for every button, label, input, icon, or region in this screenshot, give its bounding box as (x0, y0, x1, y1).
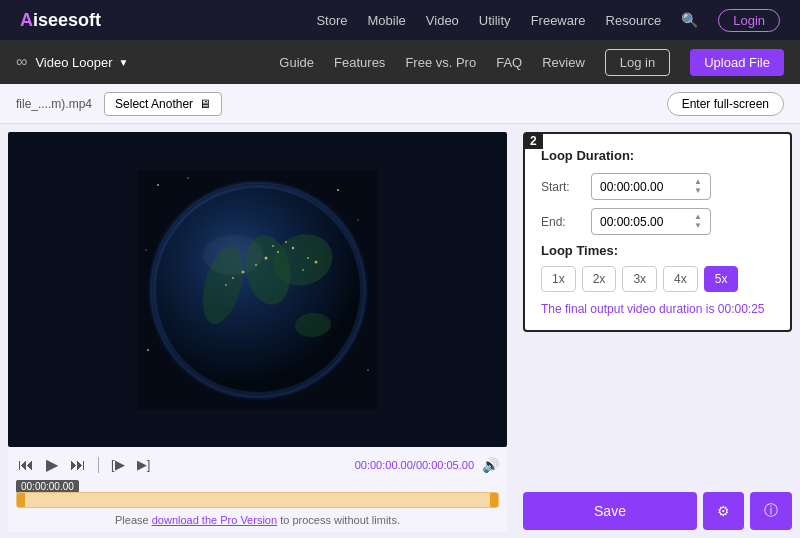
loop-icon: ∞ (16, 53, 27, 71)
timeline-handle-right[interactable] (490, 493, 498, 507)
top-nav-links: Store Mobile Video Utility Freeware Reso… (316, 9, 780, 32)
nav-video[interactable]: Video (426, 13, 459, 28)
timeline-container[interactable]: 00:00:00.00 (16, 480, 499, 508)
step-back-button[interactable]: ⏮ (16, 454, 36, 476)
svg-point-26 (272, 245, 274, 247)
monitor-icon: 🖥 (199, 97, 211, 111)
start-field-row: Start: ▲ ▼ (541, 173, 774, 200)
sub-nav-review[interactable]: Review (542, 55, 585, 70)
sub-nav-faq[interactable]: FAQ (496, 55, 522, 70)
chevron-down-icon: ▼ (119, 57, 129, 68)
sub-nav: ∞ Video Looper ▼ Guide Features Free vs.… (0, 40, 800, 84)
loop-times-label: Loop Times: (541, 243, 774, 258)
earth-visual (8, 132, 507, 447)
svg-point-21 (225, 284, 227, 286)
nav-utility[interactable]: Utility (479, 13, 511, 28)
loop-4x-button[interactable]: 4x (663, 266, 698, 292)
svg-point-6 (147, 349, 149, 351)
nav-freeware[interactable]: Freeware (531, 13, 586, 28)
start-spin-down[interactable]: ▼ (694, 187, 702, 195)
svg-point-16 (277, 251, 279, 253)
search-icon[interactable]: 🔍 (681, 12, 698, 28)
info-icon-button[interactable]: ⓘ (750, 492, 792, 530)
svg-point-29 (203, 235, 263, 275)
end-time-value[interactable] (600, 215, 690, 229)
volume-icon[interactable]: 🔊 (482, 457, 499, 473)
start-time-input[interactable]: ▲ ▼ (591, 173, 711, 200)
controls-bar: ⏮ ▶ ⏭ [▶ ▶] 00:00:00.00/00:00:05.00 🔊 00… (8, 447, 507, 532)
end-spin-buttons[interactable]: ▲ ▼ (694, 213, 702, 230)
nav-store[interactable]: Store (316, 13, 347, 28)
fullscreen-button[interactable]: Enter full-screen (667, 92, 784, 116)
end-spin-up[interactable]: ▲ (694, 213, 702, 221)
sub-nav-guide[interactable]: Guide (279, 55, 314, 70)
pro-version-link[interactable]: download the Pro Version (152, 514, 277, 526)
end-label: End: (541, 215, 581, 229)
file-name: file_....m).mp4 (16, 97, 92, 111)
loop-buttons-group: 1x 2x 3x 4x 5x (541, 266, 774, 292)
top-nav: Aiseesoft Store Mobile Video Utility Fre… (0, 0, 800, 40)
svg-point-4 (337, 189, 339, 191)
pro-notice: Please download the Pro Version to proce… (16, 512, 499, 528)
loop-5x-button[interactable]: 5x (704, 266, 739, 292)
toolbar: file_....m).mp4 Select Another 🖥 Enter f… (0, 84, 800, 124)
sub-nav-features[interactable]: Features (334, 55, 385, 70)
step-forward-button[interactable]: ⏭ (68, 454, 88, 476)
output-duration: 00:00:25 (718, 302, 765, 316)
select-another-button[interactable]: Select Another 🖥 (104, 92, 222, 116)
svg-point-9 (145, 249, 146, 250)
svg-point-7 (367, 369, 369, 371)
tool-name: Video Looper ▼ (35, 55, 128, 70)
svg-point-23 (314, 260, 317, 263)
logo: Aiseesoft (20, 10, 101, 31)
timeline-handle-left[interactable] (17, 493, 25, 507)
card-number: 2 (524, 133, 543, 149)
svg-point-18 (291, 246, 293, 248)
svg-point-3 (187, 177, 189, 179)
play-button[interactable]: ▶ (44, 453, 60, 476)
video-section: ⏮ ▶ ⏭ [▶ ▶] 00:00:00.00/00:00:05.00 🔊 00… (0, 124, 515, 538)
svg-point-15 (264, 256, 267, 259)
earth-svg (138, 170, 378, 410)
mark-in-button[interactable]: [▶ (109, 455, 127, 474)
end-field-row: End: ▲ ▼ (541, 208, 774, 235)
end-spin-down[interactable]: ▼ (694, 222, 702, 230)
loop-2x-button[interactable]: 2x (582, 266, 617, 292)
settings-icon-button[interactable]: ⚙ (703, 492, 744, 530)
nav-resource[interactable]: Resource (606, 13, 662, 28)
loop-3x-button[interactable]: 3x (622, 266, 657, 292)
right-panel: 2 Loop Duration: Start: ▲ ▼ End: ▲ (515, 124, 800, 538)
start-spin-buttons[interactable]: ▲ ▼ (694, 178, 702, 195)
loop-duration-label: Loop Duration: (541, 148, 774, 163)
loop-1x-button[interactable]: 1x (541, 266, 576, 292)
save-button[interactable]: Save (523, 492, 697, 530)
video-player[interactable] (8, 132, 507, 447)
save-row: Save ⚙ ⓘ (523, 492, 792, 530)
time-display: 00:00:00.00/00:00:05.00 (355, 459, 474, 471)
end-time-input[interactable]: ▲ ▼ (591, 208, 711, 235)
start-label: Start: (541, 180, 581, 194)
svg-point-25 (285, 241, 287, 243)
start-time-value[interactable] (600, 180, 690, 194)
login-button[interactable]: Login (718, 9, 780, 32)
main-content: ⏮ ▶ ⏭ [▶ ▶] 00:00:00.00/00:00:05.00 🔊 00… (0, 124, 800, 538)
upload-file-button[interactable]: Upload File (690, 49, 784, 76)
sub-nav-links: Guide Features Free vs. Pro FAQ Review L… (279, 49, 784, 76)
mark-out-button[interactable]: ▶] (135, 455, 153, 474)
sub-nav-free-vs-pro[interactable]: Free vs. Pro (405, 55, 476, 70)
loop-settings-card: 2 Loop Duration: Start: ▲ ▼ End: ▲ (523, 132, 792, 332)
controls-row: ⏮ ▶ ⏭ [▶ ▶] 00:00:00.00/00:00:05.00 🔊 (16, 453, 499, 476)
svg-point-19 (232, 277, 234, 279)
svg-point-5 (357, 219, 359, 221)
svg-point-2 (157, 184, 159, 186)
log-in-button[interactable]: Log in (605, 49, 670, 76)
output-info: The final output video duration is 00:00… (541, 302, 774, 316)
nav-mobile[interactable]: Mobile (368, 13, 406, 28)
svg-point-24 (302, 269, 304, 271)
divider (98, 457, 99, 473)
start-spin-up[interactable]: ▲ (694, 178, 702, 186)
timeline-track[interactable] (16, 492, 499, 508)
svg-point-22 (307, 257, 309, 259)
